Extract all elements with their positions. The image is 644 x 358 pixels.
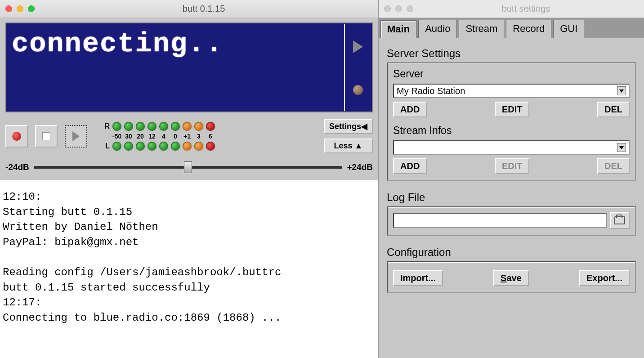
stream-infos-combo[interactable] — [393, 140, 630, 155]
play-icon — [72, 131, 80, 141]
server-label: Server — [393, 68, 630, 80]
maximize-icon[interactable] — [407, 5, 413, 12]
tab-gui[interactable]: GUI — [553, 20, 584, 38]
folder-icon — [614, 216, 625, 224]
lcd-text: connecting.. — [7, 24, 344, 111]
vu-left-label: L — [101, 142, 110, 150]
log-area[interactable]: 12:10: Starting butt 0.1.15 Written by D… — [0, 180, 378, 358]
gain-min-label: -24dB — [5, 162, 29, 172]
vu-scale: -5030201240+136 — [101, 133, 215, 140]
transport-buttons — [5, 125, 87, 148]
server-combo-value: My Radio Station — [397, 86, 465, 96]
lcd-display: connecting.. — [5, 22, 373, 112]
stream-infos-label: Stream Infos — [393, 125, 630, 137]
streaminfo-edit-button: EDIT — [495, 158, 530, 174]
window-title: butt 0.1.15 — [35, 4, 373, 14]
close-icon[interactable] — [5, 5, 12, 12]
server-settings-group: Server My Radio Station ADD EDIT DEL Str… — [387, 63, 636, 181]
log-file-heading: Log File — [387, 191, 636, 204]
tab-record[interactable]: Record — [506, 20, 551, 38]
traffic-lights — [5, 5, 35, 12]
tab-main[interactable]: Main — [380, 20, 416, 39]
settings-body: Server Settings Server My Radio Station … — [379, 38, 644, 358]
stop-button[interactable] — [35, 125, 58, 148]
configuration-heading: Configuration — [387, 246, 636, 259]
controls-panel: connecting.. R -5030201240+136 — [0, 18, 378, 180]
server-combo[interactable]: My Radio Station — [393, 84, 630, 98]
play-button[interactable] — [65, 125, 87, 148]
streaminfo-del-button: DEL — [597, 158, 630, 174]
browse-log-file-button[interactable] — [610, 212, 630, 229]
server-add-button[interactable]: ADD — [393, 102, 427, 117]
record-icon — [12, 132, 21, 141]
chevron-down-icon[interactable] — [617, 143, 626, 152]
export-button[interactable]: Export... — [579, 270, 630, 286]
close-icon[interactable] — [384, 5, 391, 12]
titlebar-settings[interactable]: butt settings — [379, 0, 644, 18]
main-window: butt 0.1.15 connecting.. R -5030 — [0, 0, 379, 358]
tab-stream[interactable]: Stream — [459, 20, 504, 38]
server-edit-button[interactable]: EDIT — [495, 102, 530, 117]
settings-window-title: butt settings — [413, 4, 639, 14]
minimize-icon[interactable] — [395, 5, 402, 12]
gain-slider[interactable] — [34, 166, 343, 169]
gain-max-label: +24dB — [347, 162, 373, 172]
server-settings-heading: Server Settings — [387, 47, 636, 60]
vu-right-label: R — [101, 122, 110, 130]
titlebar-main[interactable]: butt 0.1.15 — [0, 0, 378, 18]
log-file-group — [387, 206, 636, 236]
slider-thumb[interactable] — [184, 161, 192, 173]
minimize-icon[interactable] — [17, 5, 23, 12]
gain-slider-row: -24dB +24dB — [5, 156, 373, 176]
streaminfo-add-button[interactable]: ADD — [393, 158, 427, 174]
settings-button[interactable]: Settings◀ — [324, 119, 373, 134]
server-del-button[interactable]: DEL — [597, 102, 630, 117]
vu-meter: R -5030201240+136 L — [101, 122, 215, 151]
vu-left-row: L — [101, 142, 215, 151]
vu-right-row: R — [101, 122, 215, 131]
tabs-bar: Main Audio Stream Record GUI — [379, 18, 644, 38]
maximize-icon[interactable] — [28, 5, 35, 12]
stop-icon — [42, 132, 50, 140]
lcd-status-panel — [344, 24, 371, 111]
tab-audio[interactable]: Audio — [418, 20, 457, 38]
stream-indicator-icon — [353, 40, 363, 53]
settings-window: butt settings Main Audio Stream Record G… — [379, 0, 644, 358]
chevron-down-icon[interactable] — [617, 86, 626, 95]
log-file-field[interactable] — [393, 213, 607, 228]
less-button[interactable]: Less ▲ — [324, 139, 373, 153]
record-indicator-icon — [353, 85, 363, 95]
record-button[interactable] — [5, 125, 28, 148]
traffic-lights-settings — [384, 5, 413, 12]
save-button[interactable]: Save — [493, 270, 529, 286]
configuration-group: Import... Save Export... — [387, 261, 636, 293]
import-button[interactable]: Import... — [393, 270, 443, 286]
